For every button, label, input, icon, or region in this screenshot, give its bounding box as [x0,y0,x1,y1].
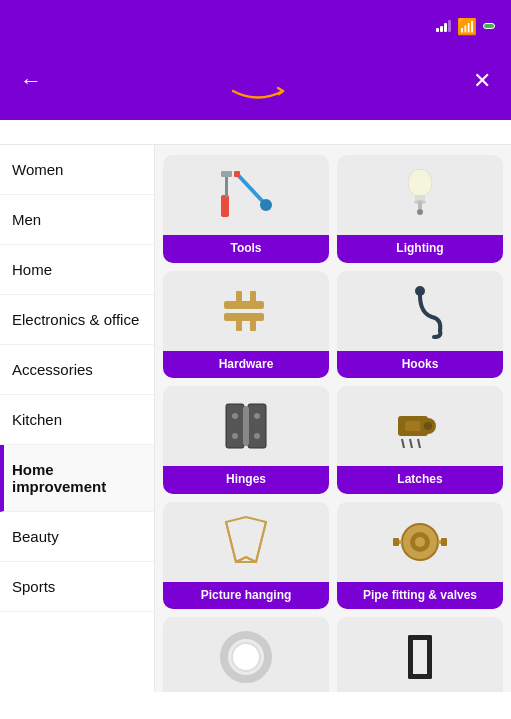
card-image-hardware [163,271,329,351]
svg-rect-16 [250,319,256,331]
svg-point-28 [424,422,432,430]
sidebar-item-electronics[interactable]: Electronics & office [0,295,154,345]
svg-line-30 [410,439,412,448]
svg-rect-37 [393,538,399,546]
page-title [0,120,511,145]
svg-line-3 [238,175,266,205]
sidebar-item-accessories[interactable]: Accessories [0,345,154,395]
svg-rect-42 [427,635,432,679]
card-image-lighting [337,155,503,235]
svg-point-34 [415,537,425,547]
card-image-tools [163,155,329,235]
svg-line-29 [402,439,404,448]
card-image-industrial-tubing [163,617,329,692]
back-button[interactable]: ← [16,64,46,98]
sidebar: WomenMenHomeElectronics & officeAccessor… [0,145,155,692]
svg-rect-0 [221,195,229,217]
svg-rect-9 [418,201,422,209]
sidebar-item-women[interactable]: Women [0,145,154,195]
card-label-tools: Tools [163,235,329,263]
svg-point-23 [254,433,260,439]
grid-card-latches[interactable]: Latches [337,386,503,494]
svg-rect-12 [236,291,242,303]
grid-card-new-in[interactable]: New in [337,617,503,692]
grid-card-lighting[interactable]: Lighting [337,155,503,263]
grid-card-hardware[interactable]: Hardware [163,271,329,379]
card-image-picture-hanging [163,502,329,582]
svg-rect-14 [224,313,264,321]
header: ← ✕ [0,50,511,120]
sidebar-item-home-improvement[interactable]: Home improvement [0,445,154,512]
card-image-pipe-fitting [337,502,503,582]
category-grid: Tools Lighting Hardware Hooks Hinges Lat… [163,155,503,692]
card-label-latches: Latches [337,466,503,494]
svg-rect-2 [221,171,232,177]
svg-point-40 [232,643,260,671]
svg-rect-38 [441,538,447,546]
svg-line-31 [418,439,420,448]
svg-rect-24 [243,406,249,446]
grid-card-tools[interactable]: Tools [163,155,329,263]
status-bar: 📶 [0,0,511,50]
battery-badge [483,23,495,29]
amazon-smile [228,86,288,107]
svg-rect-5 [234,171,240,177]
svg-point-21 [232,433,238,439]
card-image-new-in [337,617,503,692]
svg-rect-19 [248,404,266,448]
grid-area: Tools Lighting Hardware Hooks Hinges Lat… [155,145,511,692]
sidebar-item-kitchen[interactable]: Kitchen [0,395,154,445]
grid-card-industrial-tubing[interactable]: Industrial tubing [163,617,329,692]
card-label-lighting: Lighting [337,235,503,263]
card-image-hooks [337,271,503,351]
signal-icon [436,20,451,32]
logo [228,56,288,107]
sidebar-item-beauty[interactable]: Beauty [0,512,154,562]
wifi-icon: 📶 [457,17,477,36]
svg-point-6 [408,169,432,197]
main-layout: WomenMenHomeElectronics & officeAccessor… [0,145,511,692]
logo-text [257,56,259,86]
card-label-hardware: Hardware [163,351,329,379]
card-label-picture-hanging: Picture hanging [163,582,329,610]
svg-point-20 [232,413,238,419]
svg-rect-44 [408,674,432,679]
card-image-latches [337,386,503,466]
sidebar-item-home[interactable]: Home [0,245,154,295]
svg-rect-43 [408,635,432,640]
card-label-hooks: Hooks [337,351,503,379]
sidebar-item-sports[interactable]: Sports [0,562,154,612]
status-icons: 📶 [436,17,495,36]
grid-card-hooks[interactable]: Hooks [337,271,503,379]
card-image-hinges [163,386,329,466]
grid-card-pipe-fitting[interactable]: Pipe fitting & valves [337,502,503,610]
grid-card-picture-hanging[interactable]: Picture hanging [163,502,329,610]
svg-rect-13 [250,291,256,303]
svg-rect-26 [405,421,421,431]
svg-rect-11 [224,301,264,309]
card-label-pipe-fitting: Pipe fitting & valves [337,582,503,610]
close-button[interactable]: ✕ [469,64,495,98]
sidebar-item-men[interactable]: Men [0,195,154,245]
card-label-hinges: Hinges [163,466,329,494]
svg-point-10 [417,209,423,215]
svg-rect-18 [226,404,244,448]
grid-card-hinges[interactable]: Hinges [163,386,329,494]
svg-rect-41 [408,635,413,679]
svg-point-4 [260,199,272,211]
svg-point-22 [254,413,260,419]
svg-rect-15 [236,319,242,331]
